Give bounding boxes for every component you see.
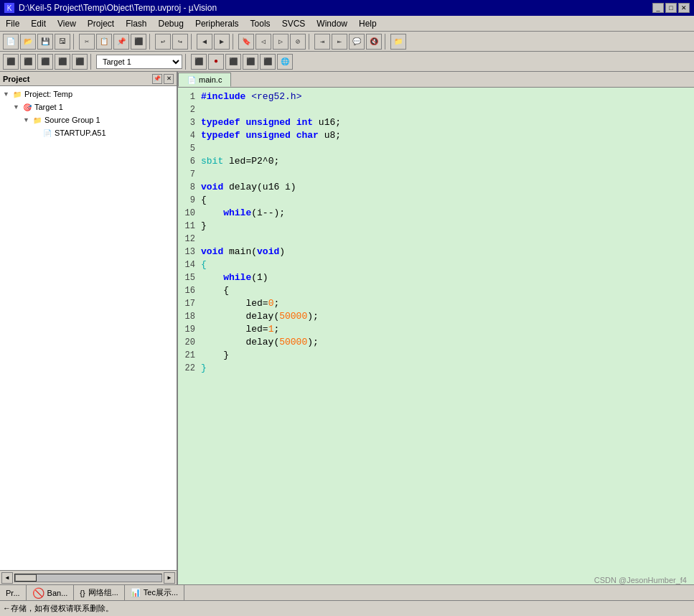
bottom-tab-project[interactable]: Pr...: [0, 585, 27, 600]
open-file2-button[interactable]: 📁: [390, 34, 406, 50]
title-bar: K D:\Keil-5 Project\Temp\Object\Temp.uvp…: [0, 0, 694, 16]
code-line-18: 18 delay(50000);: [178, 310, 694, 323]
nav-fwd-button[interactable]: ▶: [214, 34, 230, 50]
code-line-7: 7: [178, 168, 694, 181]
target-selector[interactable]: Target 1: [96, 55, 182, 69]
menu-svcs[interactable]: SVCS: [276, 16, 311, 31]
panel-controls: 📌 ✕: [152, 74, 174, 84]
tree-label-startup: STARTUP.A51: [55, 129, 106, 137]
window-controls: _ □ ✕: [652, 3, 690, 13]
save-all-button[interactable]: 🖫: [55, 34, 70, 50]
t2-btn5[interactable]: ⬛: [72, 54, 88, 70]
code-line-2: 2: [178, 103, 694, 116]
h-scroll-track: [14, 574, 162, 582]
menu-debug[interactable]: Debug: [153, 16, 189, 31]
tree-label-project: Project: Temp: [24, 90, 72, 98]
tree-item-project[interactable]: ▼ 📁 Project: Temp: [1, 88, 175, 101]
code-line-20: 20 delay(50000);: [178, 336, 694, 349]
code-line-16: 16 {: [178, 284, 694, 297]
menu-bar: File Edit View Project Flash Debug Perip…: [0, 16, 694, 32]
expand-icon-startup: [33, 129, 40, 136]
tree-label-target: Target 1: [34, 103, 63, 111]
paste2-button[interactable]: ⬛: [131, 34, 146, 50]
t2-btn2[interactable]: ⬛: [20, 54, 36, 70]
bm-prev-button[interactable]: ◁: [255, 34, 271, 50]
redo-button[interactable]: ↪: [172, 34, 188, 50]
bottom-tab-ban[interactable]: 🚫 Ban...: [27, 585, 75, 600]
code-line-5: 5: [178, 142, 694, 155]
t2-target-options-btn[interactable]: 🌐: [277, 54, 293, 70]
t2-load-btn[interactable]: ⬛: [191, 54, 207, 70]
paste-button[interactable]: 📌: [113, 34, 129, 50]
bookmark-button[interactable]: 🔖: [238, 34, 254, 50]
save-button[interactable]: 💾: [37, 34, 53, 50]
tab-label: main.c: [199, 75, 222, 84]
code-line-15: 15 while(1): [178, 271, 694, 284]
new-file-button[interactable]: 📄: [3, 34, 19, 50]
bottom-tab-net-label: 网络组...: [88, 587, 118, 598]
indent-button[interactable]: ⇥: [314, 34, 330, 50]
code-panel: 📄 main.c 1 #include <reg52.h> 2 3 typede…: [178, 72, 694, 584]
panel-pin-button[interactable]: 📌: [152, 74, 162, 84]
unindent-button[interactable]: ⇤: [332, 34, 347, 50]
code-line-13: 13 void main(void): [178, 246, 694, 258]
expand-icon-group: ▼: [23, 116, 30, 123]
copy-button[interactable]: 📋: [96, 34, 112, 50]
code-line-12: 12: [178, 233, 694, 246]
undo-button[interactable]: ↩: [155, 34, 171, 50]
panel-close-button[interactable]: ✕: [164, 74, 174, 84]
scroll-right-arrow[interactable]: ▶: [164, 572, 175, 584]
window-title: D:\Keil-5 Project\Temp\Object\Temp.uvpro…: [19, 3, 648, 13]
tab-bar: 📄 main.c: [178, 72, 694, 88]
t2-btn3[interactable]: ⬛: [37, 54, 53, 70]
code-line-1: 1 #include <reg52.h>: [178, 90, 694, 103]
t2-run-btn[interactable]: ●: [208, 54, 224, 70]
nav-back-button[interactable]: ◀: [197, 34, 212, 50]
scroll-left-arrow[interactable]: ◀: [1, 572, 13, 584]
code-line-8: 8 void delay(u16 i): [178, 181, 694, 194]
bm-next-button[interactable]: ▷: [273, 34, 289, 50]
uncomment-button[interactable]: 🔇: [366, 34, 382, 50]
tab-main-c[interactable]: 📄 main.c: [178, 73, 231, 87]
app-icon: K: [4, 3, 14, 13]
cut-button[interactable]: ✂: [79, 34, 95, 50]
t2-stop-btn[interactable]: ⬛: [225, 54, 241, 70]
menu-project[interactable]: Project: [82, 16, 120, 31]
bm-clear-button[interactable]: ⊘: [290, 34, 306, 50]
menu-window[interactable]: Window: [311, 16, 353, 31]
menu-flash[interactable]: Flash: [120, 16, 152, 31]
menu-view[interactable]: View: [52, 16, 82, 31]
code-line-4: 4 typedef unsigned char u8;: [178, 129, 694, 142]
code-line-3: 3 typedef unsigned int u16;: [178, 116, 694, 129]
menu-tools[interactable]: Tools: [245, 16, 276, 31]
open-button[interactable]: 📂: [20, 34, 36, 50]
code-editor[interactable]: 1 #include <reg52.h> 2 3 typedef unsigne…: [178, 88, 694, 584]
target-icon: 🎯: [22, 101, 33, 113]
menu-file[interactable]: File: [0, 16, 25, 31]
t2-btn1[interactable]: ⬛: [3, 54, 19, 70]
toolbar-1: 📄 📂 💾 🖫 ✂ 📋 📌 ⬛ ↩ ↪ ◀ ▶ 🔖 ◁ ▷ ⊘ ⇥ ⇤ 💬 🔇 …: [0, 32, 694, 52]
comment-button[interactable]: 💬: [349, 34, 365, 50]
code-line-14: 14 {: [178, 258, 694, 271]
tree-item-source-group[interactable]: ▼ 📁 Source Group 1: [1, 113, 175, 126]
code-line-21: 21 }: [178, 349, 694, 362]
h-scroll-thumb[interactable]: [15, 574, 37, 582]
tree-item-target[interactable]: ▼ 🎯 Target 1: [1, 101, 175, 113]
t2-download-btn[interactable]: ⬛: [243, 54, 258, 70]
menu-peripherals[interactable]: Peripherals: [189, 16, 245, 31]
bottom-tab-net[interactable]: {} 网络组...: [74, 585, 125, 600]
t2-erase-btn[interactable]: ⬛: [260, 54, 276, 70]
project-panel-bottom: ◀ ▶: [0, 570, 177, 584]
tree-item-startup[interactable]: 📄 STARTUP.A51: [1, 126, 175, 139]
menu-help[interactable]: Help: [353, 16, 383, 31]
project-panel: Project 📌 ✕ ▼ 📁 Project: Temp ▼ 🎯 Target…: [0, 72, 178, 584]
t2-btn4[interactable]: ⬛: [55, 54, 70, 70]
toolbar-2: ⬛ ⬛ ⬛ ⬛ ⬛ Target 1 ⬛ ● ⬛ ⬛ ⬛ 🌐: [0, 52, 694, 72]
maximize-button[interactable]: □: [665, 3, 677, 13]
menu-edit[interactable]: Edit: [25, 16, 52, 31]
minimize-button[interactable]: _: [652, 3, 664, 13]
close-button[interactable]: ✕: [678, 3, 690, 13]
tree-label-source-group: Source Group 1: [44, 116, 100, 124]
bottom-tab-tec[interactable]: 📊 Tec展示...: [125, 585, 184, 600]
tab-file-icon: 📄: [187, 76, 196, 84]
